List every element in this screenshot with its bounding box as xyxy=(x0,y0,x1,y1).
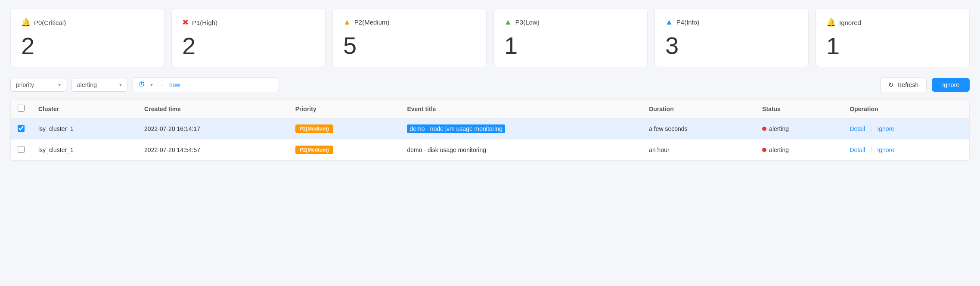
row-status: alerting xyxy=(755,140,843,161)
refresh-button[interactable]: ↻ Refresh xyxy=(880,78,927,92)
priority-card-header-p3: ▲ P3(Low) xyxy=(504,18,637,27)
clock-icon: ⏱ xyxy=(138,81,145,89)
toolbar: priority ▾ alerting ▾ ⏱ ▾ → now ↻ Refres… xyxy=(10,78,970,92)
priority-card-count-ignored: 1 xyxy=(826,34,959,58)
priority-badge: P2(Medium) xyxy=(295,124,333,133)
status-text: alerting xyxy=(769,146,789,153)
refresh-label: Refresh xyxy=(897,81,918,88)
row-checkbox-row2[interactable] xyxy=(18,146,25,153)
priority-badge: P2(Medium) xyxy=(295,146,333,154)
priority-card-count-p3: 1 xyxy=(504,34,637,58)
priority-card-count-p1: 2 xyxy=(182,34,315,58)
header-checkbox-cell xyxy=(11,99,31,118)
priority-card-p0[interactable]: 🔔 P0(Critical) 2 xyxy=(10,9,164,67)
row-priority: P2(Medium) xyxy=(288,118,400,140)
row-operation: Detail | Ignore xyxy=(843,118,969,140)
row-checkbox-cell xyxy=(11,140,31,161)
status-filter-dropdown[interactable]: alerting ▾ xyxy=(71,78,127,92)
col-created-time: Created time xyxy=(137,99,288,118)
priority-card-label-p1: P1(High) xyxy=(192,19,217,26)
table-header: Cluster Created time Priority Event titl… xyxy=(11,99,969,118)
priority-card-count-p4: 3 xyxy=(665,34,798,58)
priority-filter-label: priority xyxy=(16,81,34,88)
select-all-checkbox[interactable] xyxy=(18,105,25,112)
event-title-text: demo - node jvm usage monitoring xyxy=(407,124,505,133)
status-filter-chevron-icon: ▾ xyxy=(119,82,122,88)
status-dot xyxy=(762,127,766,131)
event-title-text: demo - disk usage monitoring xyxy=(407,146,486,153)
priority-card-p4[interactable]: ▲ P4(Info) 3 xyxy=(654,9,809,67)
row-cluster: lsy_cluster_1 xyxy=(31,118,137,140)
table-header-row: Cluster Created time Priority Event titl… xyxy=(11,99,969,118)
table-row: lsy_cluster_1 2022-07-20 14:54:57 P2(Med… xyxy=(11,140,969,161)
priority-filter-dropdown[interactable]: priority ▾ xyxy=(10,78,66,92)
status-text: alerting xyxy=(769,125,789,132)
row-status: alerting xyxy=(755,118,843,140)
page-container: 🔔 P0(Critical) 2 ✖ P1(High) 2 ▲ P2(Mediu… xyxy=(0,0,980,169)
status-filter-label: alerting xyxy=(77,81,97,88)
priority-card-ignored[interactable]: 🔔 Ignored 1 xyxy=(816,9,970,67)
row-duration: an hour xyxy=(642,140,755,161)
row-operation: Detail | Ignore xyxy=(843,140,969,161)
p3-icon: ▲ xyxy=(504,18,512,27)
alerts-table: Cluster Created time Priority Event titl… xyxy=(11,99,969,160)
col-cluster: Cluster xyxy=(31,99,137,118)
ignore-link[interactable]: Ignore xyxy=(877,146,894,153)
op-separator: | xyxy=(870,125,872,133)
p4-icon: ▲ xyxy=(665,18,673,27)
row-checkbox-cell xyxy=(11,118,31,140)
priority-card-header-p2: ▲ P2(Medium) xyxy=(343,18,476,27)
p0-icon: 🔔 xyxy=(21,18,31,27)
priority-card-header-p4: ▲ P4(Info) xyxy=(665,18,798,27)
priority-card-label-p2: P2(Medium) xyxy=(354,19,390,26)
priority-card-label-p3: P3(Low) xyxy=(515,19,540,26)
ignore-label: Ignore xyxy=(942,81,959,88)
ignored-icon: 🔔 xyxy=(826,18,836,27)
priority-card-label-ignored: Ignored xyxy=(839,19,861,26)
alerts-table-container: Cluster Created time Priority Event titl… xyxy=(10,99,970,161)
table-row: lsy_cluster_1 2022-07-20 16:14:17 P2(Med… xyxy=(11,118,969,140)
priority-cards-row: 🔔 P0(Critical) 2 ✖ P1(High) 2 ▲ P2(Mediu… xyxy=(10,9,970,67)
detail-link[interactable]: Detail xyxy=(850,146,865,153)
row-created-time: 2022-07-20 14:54:57 xyxy=(137,140,288,161)
table-body: lsy_cluster_1 2022-07-20 16:14:17 P2(Med… xyxy=(11,118,969,161)
col-status: Status xyxy=(755,99,843,118)
col-priority: Priority xyxy=(288,99,400,118)
ignore-button[interactable]: Ignore xyxy=(932,78,970,92)
priority-card-header-ignored: 🔔 Ignored xyxy=(826,18,959,27)
priority-card-p1[interactable]: ✖ P1(High) 2 xyxy=(171,9,326,67)
row-duration: a few seconds xyxy=(642,118,755,140)
row-event-title[interactable]: demo - disk usage monitoring xyxy=(400,140,642,161)
priority-filter-chevron-icon: ▾ xyxy=(58,82,61,88)
detail-link[interactable]: Detail xyxy=(850,125,865,132)
priority-card-label-p0: P0(Critical) xyxy=(34,19,66,26)
priority-card-p3[interactable]: ▲ P3(Low) 1 xyxy=(493,9,648,67)
row-checkbox-row1[interactable] xyxy=(18,125,25,132)
time-picker-chevron-icon: ▾ xyxy=(150,82,153,88)
time-now-label: now xyxy=(169,81,180,88)
priority-card-p2[interactable]: ▲ P2(Medium) 5 xyxy=(332,9,487,67)
priority-card-label-p4: P4(Info) xyxy=(676,19,699,26)
priority-card-count-p2: 5 xyxy=(343,34,476,58)
row-priority: P2(Medium) xyxy=(288,140,400,161)
priority-card-count-p0: 2 xyxy=(21,34,154,58)
time-arrow-icon: → xyxy=(158,81,164,88)
priority-card-header-p0: 🔔 P0(Critical) xyxy=(21,18,154,27)
time-range-picker[interactable]: ⏱ ▾ → now xyxy=(133,78,279,92)
refresh-icon: ↻ xyxy=(888,81,894,89)
row-created-time: 2022-07-20 16:14:17 xyxy=(137,118,288,140)
row-event-title[interactable]: demo - node jvm usage monitoring xyxy=(400,118,642,140)
priority-card-header-p1: ✖ P1(High) xyxy=(182,18,315,27)
ignore-link[interactable]: Ignore xyxy=(877,125,894,132)
col-event-title: Event title xyxy=(400,99,642,118)
col-operation: Operation xyxy=(843,99,969,118)
op-separator: | xyxy=(870,146,872,154)
status-dot xyxy=(762,148,766,152)
p2-icon: ▲ xyxy=(343,18,351,27)
p1-icon: ✖ xyxy=(182,18,189,27)
col-duration: Duration xyxy=(642,99,755,118)
row-cluster: lsy_cluster_1 xyxy=(31,140,137,161)
